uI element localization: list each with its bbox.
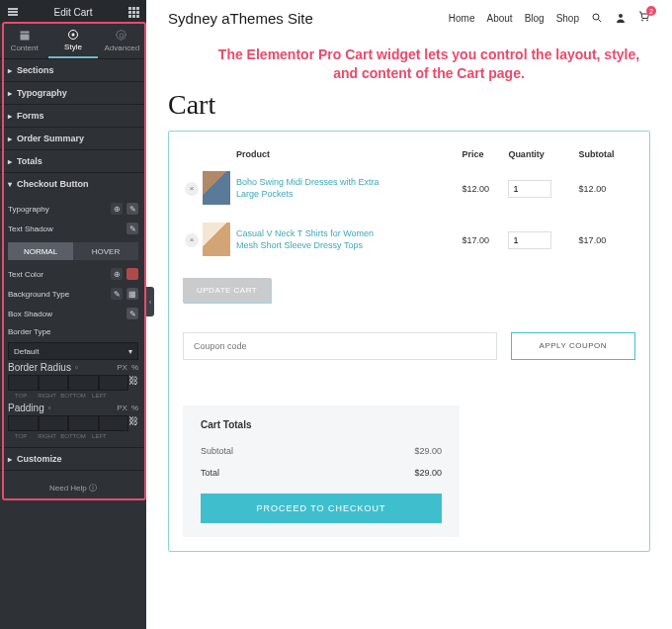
brush-icon[interactable]: ✎ — [111, 288, 123, 300]
pencil-icon[interactable]: ✎ — [126, 223, 138, 234]
remove-icon[interactable]: × — [185, 233, 199, 247]
cell-price: $17.00 — [461, 215, 507, 266]
section-forms[interactable]: ▸Forms — [0, 105, 146, 127]
globe-icon[interactable]: ⊕ — [111, 268, 123, 280]
checkout-button[interactable]: PROCEED TO CHECKOUT — [201, 494, 442, 523]
label-padding: Padding — [8, 403, 44, 413]
menu-icon[interactable] — [6, 5, 20, 19]
br-top[interactable] — [8, 375, 39, 391]
border-type-select[interactable]: Default — [8, 342, 138, 360]
preview-canvas: Sydney aThemes Site Home About Blog Shop… — [146, 0, 672, 629]
search-icon[interactable] — [591, 12, 603, 24]
need-help[interactable]: Need Help ⓘ — [0, 471, 146, 505]
product-thumb[interactable] — [203, 171, 230, 205]
br-right[interactable] — [39, 375, 69, 391]
pad-top[interactable] — [8, 415, 39, 431]
update-cart-button[interactable]: UPDATE CART — [183, 278, 271, 303]
cart-table: Product Price Quantity Subtotal × Boho S… — [183, 145, 635, 266]
total-value: $29.00 — [414, 468, 442, 478]
cart-widget: Product Price Quantity Subtotal × Boho S… — [168, 131, 650, 552]
state-tabs: NORMALHOVER — [8, 242, 138, 260]
cell-price: $12.00 — [461, 163, 507, 215]
table-row: × Casual V Neck T Shirts for Women Mesh … — [183, 215, 635, 266]
cell-subtotal: $17.00 — [577, 215, 635, 266]
totals-title: Cart Totals — [201, 419, 442, 430]
user-icon[interactable] — [615, 12, 627, 24]
ctrl-text-shadow[interactable]: Text Shadow✎ — [0, 219, 146, 238]
ctrl-bg-type[interactable]: Background Type✎▦ — [0, 284, 146, 304]
tab-style[interactable]: Style — [48, 24, 97, 58]
col-subtotal: Subtotal — [577, 145, 635, 163]
cell-subtotal: $12.00 — [577, 163, 635, 215]
qty-input[interactable] — [508, 180, 551, 198]
editor-tabs: Content Style Advanced — [0, 24, 146, 59]
ctrl-text-color[interactable]: Text Color⊕ — [0, 264, 146, 284]
section-sections[interactable]: ▸Sections — [0, 59, 146, 81]
pad-right[interactable] — [39, 415, 69, 431]
widgets-grid-icon[interactable] — [126, 5, 140, 19]
responsive-icon[interactable]: ▫ — [75, 363, 78, 372]
sidebar-topbar: Edit Cart — [0, 0, 146, 24]
page-title: Cart — [168, 89, 650, 121]
editor-sidebar: Edit Cart Content Style Advanced ▸Sectio… — [0, 0, 146, 629]
pad-left[interactable] — [99, 415, 129, 431]
classic-icon[interactable]: ▦ — [126, 288, 138, 300]
ctrl-box-shadow[interactable]: Box Shadow✎ — [0, 304, 146, 323]
section-checkout-button[interactable]: ▾Checkout Button — [0, 173, 146, 195]
svg-line-3 — [599, 20, 602, 23]
apply-coupon-button[interactable]: APPLY COUPON — [511, 332, 635, 360]
pad-bottom[interactable] — [68, 415, 99, 431]
responsive-icon[interactable]: ▫ — [48, 404, 51, 412]
globe-icon[interactable]: ⊕ — [111, 203, 123, 215]
tab-advanced[interactable]: Advanced — [98, 24, 146, 58]
section-totals[interactable]: ▸Totals — [0, 150, 146, 172]
site-header: Sydney aThemes Site Home About Blog Shop… — [168, 0, 650, 36]
annotation-text: The Elementor Pro Cart widget lets you c… — [210, 45, 648, 83]
nav-home[interactable]: Home — [449, 13, 475, 24]
product-link[interactable]: Boho Swing Midi Dresses with Extra Large… — [236, 177, 384, 200]
svg-point-1 — [71, 34, 74, 37]
ctrl-typography[interactable]: Typography⊕✎ — [0, 199, 146, 219]
pencil-icon[interactable]: ✎ — [126, 308, 138, 319]
ctrl-border-type: Border Type — [0, 323, 146, 340]
cart-badge: 2 — [646, 6, 656, 16]
link-icon[interactable]: ⛓ — [128, 415, 138, 431]
tab-content[interactable]: Content — [0, 24, 48, 58]
col-qty: Quantity — [506, 145, 576, 163]
pencil-icon[interactable]: ✎ — [126, 203, 138, 215]
section-typography[interactable]: ▸Typography — [0, 82, 146, 104]
site-logo[interactable]: Sydney aThemes Site — [168, 10, 313, 27]
product-thumb[interactable] — [203, 223, 230, 256]
panel-collapse-handle[interactable]: ‹ — [146, 287, 154, 316]
color-swatch[interactable] — [126, 268, 138, 280]
br-bottom[interactable] — [68, 375, 99, 391]
nav-about[interactable]: About — [486, 13, 512, 24]
subtotal-value: $29.00 — [414, 446, 442, 456]
label-border-radius: Border Radius — [8, 362, 71, 373]
svg-point-2 — [593, 14, 599, 20]
table-row: × Boho Swing Midi Dresses with Extra Lar… — [183, 163, 635, 215]
section-customize[interactable]: ▸Customize — [0, 448, 146, 470]
state-normal[interactable]: NORMAL — [8, 242, 73, 260]
cart-icon[interactable]: 2 — [638, 11, 650, 25]
qty-input[interactable] — [508, 231, 551, 249]
nav-blog[interactable]: Blog — [525, 13, 545, 24]
col-product: Product — [234, 145, 461, 163]
cart-totals: Cart Totals Subtotal$29.00 Total$29.00 P… — [183, 405, 460, 537]
section-order-summary[interactable]: ▸Order Summary — [0, 128, 146, 149]
sidebar-title: Edit Cart — [54, 7, 93, 18]
nav-shop[interactable]: Shop — [556, 13, 579, 24]
product-link[interactable]: Casual V Neck T Shirts for Women Mesh Sh… — [236, 228, 384, 251]
col-price: Price — [461, 145, 507, 163]
state-hover[interactable]: HOVER — [73, 242, 138, 260]
remove-icon[interactable]: × — [185, 182, 199, 196]
br-left[interactable] — [99, 375, 129, 391]
svg-point-4 — [619, 14, 623, 18]
link-icon[interactable]: ⛓ — [128, 375, 138, 391]
coupon-input[interactable] — [183, 332, 497, 360]
